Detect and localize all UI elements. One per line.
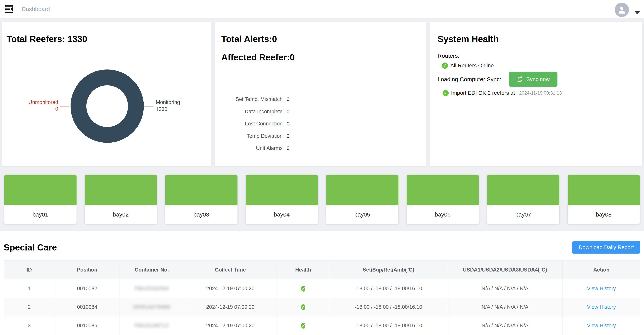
cell-container-no: FBIU5292583 <box>120 279 184 298</box>
sync-now-button[interactable]: Sync now <box>509 72 557 87</box>
col-header-id: ID <box>4 260 55 279</box>
alert-label: Data Incomplete <box>221 109 282 115</box>
alert-label: Temp Deviation <box>221 133 282 139</box>
bay-cards-row: bay01 bay02 bay03 bay04 bay05 bay06 bay0… <box>0 175 644 224</box>
bay-card-06[interactable]: bay06 <box>407 175 479 224</box>
col-header-health: Health <box>277 260 330 279</box>
success-check-icon <box>442 90 449 96</box>
alert-value: 0 <box>287 96 289 102</box>
bay-status-block <box>407 175 479 205</box>
col-header-container-no: Container No. <box>120 260 184 279</box>
alert-label: Unit Alarms <box>221 145 282 151</box>
table-row: 3 0010086 FBIU5198712 2024-12-19 07:00:2… <box>4 316 640 335</box>
view-history-link[interactable]: View History <box>587 304 616 310</box>
alert-row-lost-connection: Lost Connection 0 <box>221 118 426 130</box>
bay-card-03[interactable]: bay03 <box>165 175 238 224</box>
bay-card-08[interactable]: bay08 <box>568 175 640 224</box>
health-ok-icon <box>301 286 305 291</box>
routers-label: Routers: <box>438 53 642 59</box>
download-daily-report-button[interactable]: Download Daily Report <box>572 241 640 254</box>
bay-card-07[interactable]: bay07 <box>487 175 560 224</box>
health-ok-icon <box>301 323 305 329</box>
alert-label: Lost Connection <box>221 121 282 127</box>
total-alerts-title: Total Alerts:0 <box>221 34 426 44</box>
container-no-redacted: DERU4276968 <box>133 304 170 310</box>
special-care-section: Special Care Download Daily Report ID Po… <box>0 231 644 335</box>
cell-position: 0010086 <box>55 316 120 335</box>
user-avatar[interactable] <box>615 3 629 17</box>
cell-usda: N/A / N/A / N/A / N/A <box>448 279 563 298</box>
cell-position: 0010082 <box>55 279 120 298</box>
bay-card-02[interactable]: bay02 <box>85 175 157 224</box>
topbar: Dashboard <box>0 0 644 18</box>
view-history-link[interactable]: View History <box>587 286 616 291</box>
donut-value-monitoring: 1330 <box>156 106 167 112</box>
cell-id: 3 <box>4 316 55 335</box>
cell-set-sup-ret-amb: -18.00 / -18.00 / -18.00/16.10 <box>330 316 448 335</box>
reefer-donut-chart[interactable]: Unmonitored 0 Monitoring 1330 <box>2 22 212 166</box>
cell-health <box>277 279 330 298</box>
summary-cards-row: Total Reefers: 1330 Unmonitored 0 Monito… <box>2 22 642 166</box>
sync-label: Loading Computer Sync: <box>438 76 501 83</box>
routers-status-row: All Routers Online <box>442 62 642 69</box>
col-header-position: Position <box>55 260 120 279</box>
success-check-icon <box>442 63 448 69</box>
special-care-table: ID Position Container No. Collect Time H… <box>4 260 640 335</box>
special-care-header: Special Care Download Daily Report <box>4 231 640 254</box>
table-row: 2 0010084 DERU4276968 2024-12-19 07:00:2… <box>4 298 640 316</box>
bay-label: bay02 <box>85 205 157 224</box>
cell-action: View History <box>563 279 640 298</box>
cell-collect-time: 2024-12-19 07:00:20 <box>184 279 277 298</box>
donut-value-unmonitored: 0 <box>55 106 58 112</box>
cell-health <box>277 298 330 316</box>
bay-card-04[interactable]: bay04 <box>246 175 318 224</box>
bay-label: bay06 <box>407 205 479 224</box>
routers-status-text: All Routers Online <box>450 63 494 69</box>
breadcrumb[interactable]: Dashboard <box>22 6 50 12</box>
bay-status-block <box>165 175 238 205</box>
alerts-card: Total Alerts:0 Affected Reefer:0 Set Tem… <box>215 22 426 166</box>
health-ok-icon <box>301 304 305 310</box>
cell-id: 1 <box>4 279 55 298</box>
bay-label: bay05 <box>326 205 398 224</box>
alert-type-list: Set Temp. Mismatch 0 Data Incomplete 0 L… <box>221 93 426 155</box>
bay-label: bay01 <box>4 205 76 224</box>
view-history-link[interactable]: View History <box>587 323 616 328</box>
cell-container-no: DERU4276968 <box>120 298 184 316</box>
user-icon <box>617 5 627 15</box>
loading-computer-sync-row: Loading Computer Sync: Sync now <box>438 72 642 87</box>
alert-row-data-incomplete: Data Incomplete 0 <box>221 106 426 118</box>
col-header-set-sup-ret-amb: Set/Sup/Ret/Amb(°C) <box>330 260 448 279</box>
alert-label: Set Temp. Mismatch <box>221 96 282 102</box>
bay-status-block <box>487 175 560 205</box>
table-header-row: ID Position Container No. Collect Time H… <box>4 260 640 279</box>
sync-now-label: Sync now <box>526 76 550 82</box>
cell-set-sup-ret-amb: -18.00 / -18.00 / -18.00/16.10 <box>330 279 448 298</box>
special-care-title: Special Care <box>4 242 57 253</box>
donut-label-unmonitored: Unmonitored <box>28 99 58 105</box>
bay-label: bay08 <box>568 205 640 224</box>
alert-value: 0 <box>287 133 289 139</box>
cell-collect-time: 2024-12-19 07:00:20 <box>184 298 277 316</box>
user-menu-caret-icon[interactable] <box>635 12 640 15</box>
system-health-card: System Health Routers: All Routers Onlin… <box>430 22 642 166</box>
system-health-title: System Health <box>438 34 642 44</box>
bay-status-block <box>4 175 76 205</box>
collapse-menu-icon[interactable] <box>6 5 13 13</box>
table-row: 1 0010082 FBIU5292583 2024-12-19 07:00:2… <box>4 279 640 298</box>
donut-label-monitoring: Monitoring <box>156 99 180 105</box>
alert-row-unit-alarms: Unit Alarms 0 <box>221 142 426 155</box>
alert-row-temp-deviation: Temp Deviation 0 <box>221 130 426 142</box>
alert-value: 0 <box>287 121 289 127</box>
cell-id: 2 <box>4 298 55 316</box>
total-reefers-card: Total Reefers: 1330 Unmonitored 0 Monito… <box>2 22 212 166</box>
cell-action: View History <box>563 316 640 335</box>
col-header-usda: USDA1/USDA2/USDA3/USDA4(°C) <box>448 260 563 279</box>
bay-card-01[interactable]: bay01 <box>4 175 76 224</box>
edi-import-status-text: Import EDI OK.2 reefers at <box>451 90 515 96</box>
bay-label: bay04 <box>246 205 318 224</box>
bay-card-05[interactable]: bay05 <box>326 175 398 224</box>
cell-health <box>277 316 330 335</box>
col-header-collect-time: Collect Time <box>184 260 277 279</box>
bay-status-block <box>326 175 398 205</box>
